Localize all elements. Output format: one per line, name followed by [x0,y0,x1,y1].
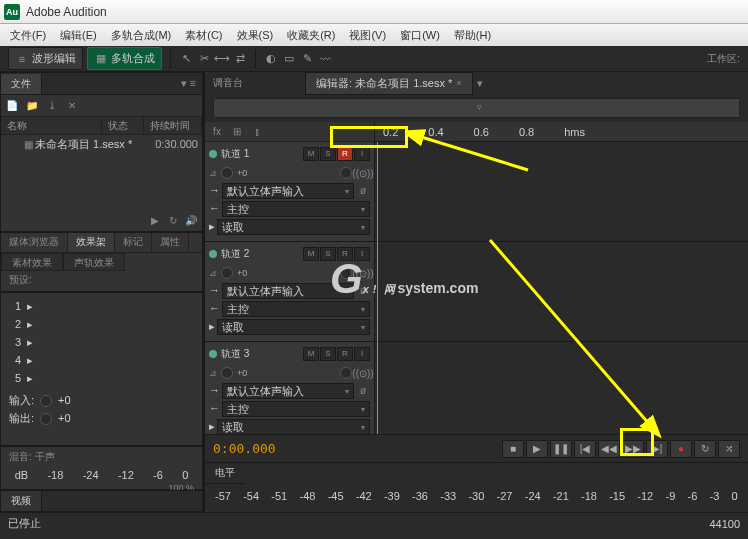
menu-window[interactable]: 窗口(W) [394,26,446,45]
volume-knob[interactable] [221,267,233,279]
send-row[interactable]: 4▸ [1,351,202,369]
menu-favorites[interactable]: 收藏夹(R) [281,26,341,45]
loop-preview-icon[interactable]: ↻ [166,213,180,227]
timeline[interactable]: 0.20.40.60.8hms [375,122,748,434]
send-row[interactable]: 3▸ [1,333,202,351]
track-name[interactable]: 轨道 2 [221,247,299,261]
input-dropdown[interactable]: 默认立体声输入▾ [222,283,354,299]
track-lane-1[interactable] [375,142,748,242]
read-mode-dropdown[interactable]: 读取▾ [217,419,370,434]
new-file-icon[interactable]: 📄 [5,99,19,113]
rewind-button[interactable]: ◀◀ [598,440,620,458]
input-dropdown[interactable]: 默认立体声输入▾ [222,183,354,199]
phase-icon[interactable]: ø [356,183,370,197]
tool-icon-1[interactable]: ◐ [264,52,278,66]
panel-menu-icon[interactable]: ▾ ≡ [175,77,202,90]
timecode-display[interactable]: 0:00.000 [213,441,276,456]
skip-selection-button[interactable]: ⤮ [718,440,740,458]
clip-effects-tab[interactable]: 素材效果 [1,253,63,271]
playhead[interactable] [377,142,378,434]
play-preview-icon[interactable]: ▶ [148,213,162,227]
eq-icon[interactable]: ⫿ [249,124,265,140]
stop-button[interactable]: ■ [502,440,524,458]
send-row[interactable]: 2▸ [1,315,202,333]
menu-help[interactable]: 帮助(H) [448,26,497,45]
read-mode-dropdown[interactable]: 读取▾ [217,319,370,335]
effects-rack-tab[interactable]: 效果架 [68,233,115,252]
output-dropdown[interactable]: 主控▾ [222,401,370,417]
marker-bar[interactable]: ▿ [213,98,740,118]
time-select-icon[interactable]: ⟷ [215,52,229,66]
move-tool-icon[interactable]: ↖ [179,52,193,66]
menu-view[interactable]: 视图(V) [343,26,392,45]
go-start-button[interactable]: |◀ [574,440,596,458]
record-arm-button[interactable]: R [337,247,353,261]
send-row[interactable]: 5▸ [1,369,202,387]
import-icon[interactable]: ⤓ [45,99,59,113]
monitor-button[interactable]: I [354,347,370,361]
solo-button[interactable]: S [320,347,336,361]
monitor-button[interactable]: I [354,247,370,261]
pan-knob[interactable] [340,367,352,379]
video-tab[interactable]: 视频 [1,491,42,511]
phase-icon[interactable]: ø [356,283,370,297]
close-tab-icon[interactable]: × [456,78,461,88]
menu-effects[interactable]: 效果(S) [231,26,280,45]
input-dropdown[interactable]: 默认立体声输入▾ [222,383,354,399]
open-file-icon[interactable]: 📁 [25,99,39,113]
mute-button[interactable]: M [303,147,319,161]
slip-tool-icon[interactable]: ⇄ [233,52,247,66]
solo-button[interactable]: S [320,147,336,161]
forward-button[interactable]: ▶▶ [622,440,644,458]
pan-knob[interactable] [340,167,352,179]
mute-button[interactable]: M [303,347,319,361]
col-status[interactable]: 状态 [102,117,144,134]
razor-tool-icon[interactable]: ✂ [197,52,211,66]
output-dropdown[interactable]: 主控▾ [222,201,370,217]
multitrack-mode-button[interactable]: ▦多轨合成 [87,47,162,70]
menu-edit[interactable]: 编辑(E) [54,26,103,45]
menu-clip[interactable]: 素材(C) [179,26,228,45]
solo-button[interactable]: S [320,247,336,261]
track-name[interactable]: 轨道 1 [221,147,299,161]
properties-tab[interactable]: 属性 [152,233,189,252]
track-color-icon[interactable] [209,350,217,358]
autoplay-icon[interactable]: 🔊 [184,213,198,227]
send-row[interactable]: 1▸ [1,297,202,315]
col-duration[interactable]: 持续时间 [144,117,202,134]
track-name[interactable]: 轨道 3 [221,347,299,361]
pan-knob[interactable] [340,267,352,279]
mute-button[interactable]: M [303,247,319,261]
time-ruler[interactable]: 0.20.40.60.8hms [375,122,748,142]
sends-icon[interactable]: ⊞ [229,124,245,140]
media-browser-tab[interactable]: 媒体浏览器 [1,233,68,252]
waveform-mode-button[interactable]: ≡波形编辑 [8,47,83,70]
close-file-icon[interactable]: ✕ [65,99,79,113]
track-color-icon[interactable] [209,250,217,258]
file-row[interactable]: ▦ 未命名项目 1.sesx * 0:30.000 [1,135,202,153]
track-lane-3[interactable] [375,342,748,434]
menu-multitrack[interactable]: 多轨合成(M) [105,26,178,45]
tool-icon-3[interactable]: ✎ [300,52,314,66]
volume-knob[interactable] [221,167,233,179]
record-arm-button[interactable]: R [337,347,353,361]
phase-icon[interactable]: ø [356,383,370,397]
track-effects-tab[interactable]: 声轨效果 [63,253,125,271]
loop-button[interactable]: ↻ [694,440,716,458]
monitor-button[interactable]: I [354,147,370,161]
track-lane-2[interactable] [375,242,748,342]
record-arm-button[interactable]: R [337,147,353,161]
files-tab[interactable]: 文件 [1,74,42,94]
output-dropdown[interactable]: 主控▾ [222,301,370,317]
tool-icon-4[interactable]: 〰 [318,52,332,66]
read-mode-dropdown[interactable]: 读取▾ [217,219,370,235]
editor-session-tab[interactable]: 编辑器: 未命名项目 1.sesx *× [305,72,473,95]
volume-knob[interactable] [221,367,233,379]
play-button[interactable]: ▶ [526,440,548,458]
fx-icon[interactable]: fx [209,124,225,140]
go-end-button[interactable]: ▶| [646,440,668,458]
tool-icon-2[interactable]: ▭ [282,52,296,66]
menu-file[interactable]: 文件(F) [4,26,52,45]
mixer-tab[interactable]: 调音台 [213,76,243,90]
pause-button[interactable]: ❚❚ [550,440,572,458]
